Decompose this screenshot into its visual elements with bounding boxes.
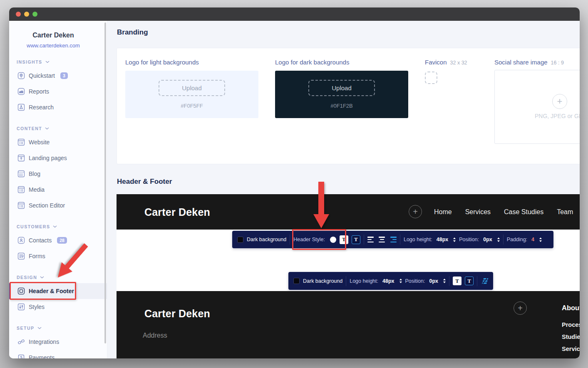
logo-light-panel: Upload #F0F5FF: [125, 71, 258, 118]
chart-icon: [17, 88, 25, 95]
dark-bg-hex: #0F1F2B: [330, 103, 352, 109]
logo-light-label: Logo for light backgrounds: [125, 59, 199, 66]
sidebar-section-setup[interactable]: SETUP: [9, 326, 107, 331]
header-nav: Home Services Case Studies Team: [434, 194, 573, 230]
sidebar-item-payments[interactable]: Payments: [9, 350, 107, 358]
app-window: Carter Deken www.carterdeken.com INSIGHT…: [9, 7, 580, 358]
header-toolbar: Dark background Header Style: T T Logo h…: [232, 231, 553, 248]
browser-window-icon: [17, 138, 25, 146]
dark-background-checkbox[interactable]: [293, 278, 300, 284]
site-name: Carter Deken: [17, 32, 89, 39]
footer-links-column: About Process Studies Services: [562, 304, 580, 358]
main-content: Branding Logo for light backgrounds Uplo…: [107, 21, 580, 358]
text-style-light-button[interactable]: T: [453, 277, 461, 285]
sidebar-item-landing-pages[interactable]: Landing pages: [9, 150, 107, 166]
chevron-down-icon: [45, 61, 50, 63]
stripe-s-icon: [17, 354, 25, 358]
logo-dark-panel: Upload #0F1F2B: [275, 71, 408, 118]
map-pin-icon: [17, 72, 25, 79]
sidebar-section-content[interactable]: CONTENT: [9, 126, 107, 131]
sidebar-item-contacts[interactable]: Contacts 28: [9, 232, 107, 248]
sidebar-item-integrations[interactable]: Integrations: [9, 334, 107, 350]
nav-link-team[interactable]: Team: [557, 208, 573, 216]
logo-height-value: 48px: [382, 278, 394, 284]
text-style-dark-button[interactable]: T: [465, 277, 474, 285]
sidebar-item-research[interactable]: Research: [9, 99, 107, 115]
padding-stepper[interactable]: [539, 237, 542, 242]
header-preview: Carter Deken + Home Services Case Studie…: [117, 194, 580, 230]
footer-logo-text[interactable]: Carter Deken: [144, 308, 210, 320]
nav-link-case-studies[interactable]: Case Studies: [504, 208, 543, 216]
sidebar-section-design[interactable]: DESIGN: [9, 275, 107, 280]
header-style-label: Header Style:: [293, 237, 325, 242]
dark-background-checkbox[interactable]: [237, 237, 243, 243]
favicon-label: Favicon32 x 32: [425, 59, 467, 66]
sidebar-item-media[interactable]: Media: [9, 182, 107, 198]
media-icon: [17, 186, 25, 193]
dark-background-label: Dark background: [303, 278, 342, 284]
sidebar-item-header-footer[interactable]: Header & Footer: [9, 283, 107, 299]
text-style-light-button[interactable]: T: [340, 235, 348, 244]
text-style-dark-button[interactable]: T: [352, 235, 360, 244]
align-right-icon[interactable]: [389, 237, 397, 242]
position-stepper[interactable]: [443, 279, 446, 283]
site-url-link[interactable]: www.carterdeken.com: [17, 42, 89, 49]
sidebar-item-reports[interactable]: Reports: [9, 84, 107, 99]
sidebar-item-styles[interactable]: Styles: [9, 299, 107, 315]
branding-card: Logo for light backgrounds Upload #F0F5F…: [117, 48, 580, 164]
sidebar-item-section-editor[interactable]: Section Editor: [9, 198, 107, 213]
plus-icon[interactable]: +: [552, 94, 567, 109]
header-footer-icon: [17, 287, 25, 295]
position-stepper[interactable]: [497, 237, 500, 242]
close-window-button[interactable]: [16, 12, 21, 17]
plug-icon: [17, 338, 25, 346]
footer-column-title[interactable]: About: [562, 304, 580, 312]
sidebar-item-blog[interactable]: Blog: [9, 166, 107, 182]
page-upload-icon: [17, 154, 25, 162]
align-left-icon[interactable]: [367, 237, 375, 242]
footer-style-icon[interactable]: [481, 277, 490, 285]
section-editor-icon: [17, 202, 25, 209]
logo-dark-label: Logo for dark backgrounds: [275, 59, 349, 66]
logo-height-stepper[interactable]: [453, 237, 456, 242]
add-footer-item-button[interactable]: +: [514, 301, 527, 315]
dark-background-label: Dark background: [247, 237, 286, 242]
chevron-down-icon: [45, 127, 49, 130]
social-share-upload-box[interactable]: + PNG, JPEG or GIF: [494, 70, 580, 144]
window-titlebar: [9, 7, 580, 21]
chevron-down-icon: [37, 327, 42, 329]
social-share-label: Social share image16 : 9: [494, 59, 564, 66]
sliders-icon: [17, 303, 25, 311]
logo-height-stepper[interactable]: [399, 279, 402, 283]
header-logo-text[interactable]: Carter Deken: [144, 206, 210, 218]
form-icon: [17, 252, 25, 260]
sidebar-section-customers[interactable]: CUSTOMERS: [9, 224, 107, 229]
footer-link-studies[interactable]: Studies: [562, 333, 580, 340]
count-badge: 28: [57, 237, 67, 244]
add-nav-item-button[interactable]: +: [409, 205, 422, 218]
header-footer-title: Header & Footer: [117, 178, 172, 186]
sidebar-item-forms[interactable]: Forms: [9, 248, 107, 264]
footer-link-services[interactable]: Services: [562, 346, 580, 352]
padding-value: 4: [531, 237, 534, 242]
minimize-window-button[interactable]: [24, 12, 29, 17]
sidebar-item-website[interactable]: Website: [9, 134, 107, 150]
sidebar-item-quickstart[interactable]: Quickstart 3: [9, 68, 107, 84]
nav-link-home[interactable]: Home: [434, 208, 452, 216]
header-style-swatch[interactable]: [330, 237, 336, 243]
flask-icon: [17, 104, 25, 111]
chevron-down-icon: [40, 276, 44, 279]
zoom-window-button[interactable]: [32, 12, 37, 17]
blog-icon: [17, 170, 25, 178]
upload-dark-logo-button[interactable]: Upload: [308, 80, 375, 96]
footer-address[interactable]: Address: [143, 332, 167, 339]
light-bg-hex: #F0F5FF: [181, 103, 203, 109]
favicon-upload-box[interactable]: [425, 72, 437, 84]
nav-link-services[interactable]: Services: [465, 208, 491, 216]
sidebar-section-insights[interactable]: INSIGHTS: [9, 59, 107, 64]
footer-toolbar: Dark background Logo height: 48px Positi…: [288, 272, 493, 290]
align-center-icon[interactable]: [378, 237, 386, 242]
upload-light-logo-button[interactable]: Upload: [159, 80, 225, 96]
footer-link-process[interactable]: Process: [562, 321, 580, 328]
sidebar-scrollbar[interactable]: [104, 22, 106, 343]
